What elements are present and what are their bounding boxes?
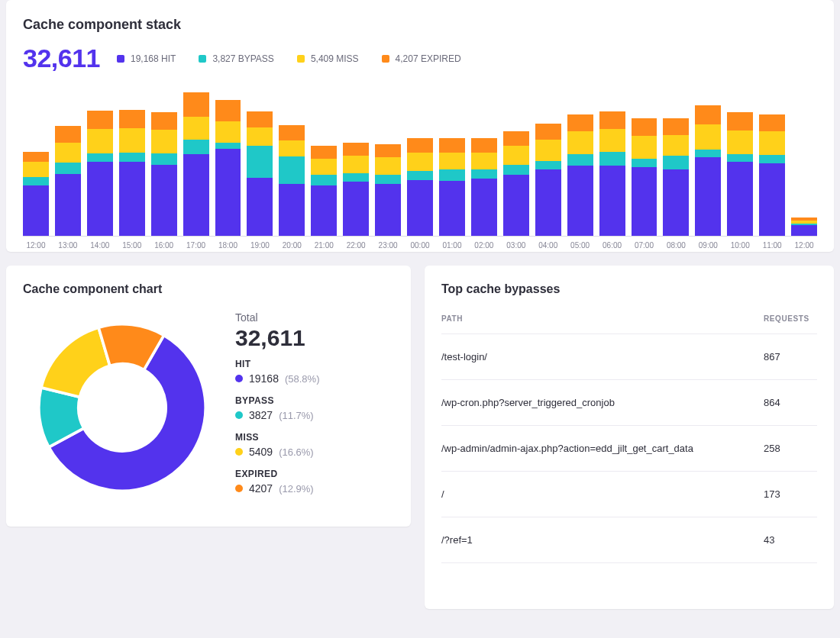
bar-segment-miss	[663, 135, 689, 156]
x-axis-label: 09:00	[695, 241, 721, 250]
table-cell-requests: 867	[764, 351, 817, 362]
table-row[interactable]: /test-login/867	[441, 334, 817, 380]
bar-col[interactable]	[279, 125, 305, 236]
bar-segment-bypass	[23, 177, 49, 185]
bar-col[interactable]	[632, 118, 657, 236]
bar-col[interactable]	[407, 138, 433, 236]
bar-segment-bypass	[375, 175, 401, 183]
bar-col[interactable]	[119, 110, 145, 236]
x-axis-label: 06:00	[599, 241, 625, 250]
donut-chart[interactable]	[23, 308, 221, 507]
donut-legend-expired[interactable]: EXPIRED 4207 (12.9%)	[235, 469, 319, 495]
table-header: PATH REQUESTS	[441, 304, 817, 334]
bar-col[interactable]	[343, 143, 369, 236]
bar-segment-bypass	[599, 152, 625, 166]
x-axis-label: 18:00	[215, 241, 241, 250]
bar-segment-miss	[119, 128, 145, 153]
bar-segment-hit	[439, 181, 465, 236]
donut-legend-bypass[interactable]: BYPASS 3827 (11.7%)	[235, 395, 319, 421]
bar-segment-hit	[247, 178, 273, 236]
stacked-bar-chart[interactable]: 12:0013:0014:0015:0016:0017:0018:0019:00…	[23, 92, 817, 244]
bar-segment-miss	[343, 156, 369, 173]
donut-legend-name: MISS	[235, 432, 319, 443]
swatch-icon	[382, 55, 389, 63]
x-axis-label: 00:00	[407, 241, 433, 250]
bar-segment-miss	[471, 153, 497, 170]
donut-legend: Total 32,611 HIT 19168 (58.8%) BYPASS 38…	[235, 308, 319, 505]
legend-miss[interactable]: 5,409 MISS	[297, 53, 359, 64]
bar-col[interactable]	[375, 144, 401, 236]
top-bypasses-card: Top cache bypasses PATH REQUESTS /test-l…	[425, 266, 834, 609]
bar-col[interactable]	[599, 111, 625, 236]
table-row[interactable]: /173	[441, 472, 817, 517]
bar-col[interactable]	[311, 146, 337, 236]
donut-legend-value: 4207	[249, 482, 273, 495]
legend-hit[interactable]: 19,168 HIT	[117, 53, 176, 64]
bar-col[interactable]	[663, 118, 689, 236]
bar-segment-miss	[695, 124, 721, 150]
bar-col[interactable]	[151, 112, 177, 236]
bar-col[interactable]	[759, 114, 785, 236]
bar-segment-expired	[119, 110, 145, 128]
cache-stack-header: 32,611 19,168 HIT 3,827 BYPASS 5,409 MIS…	[23, 44, 817, 73]
bar-col[interactable]	[23, 152, 49, 237]
bar-segment-hit	[343, 182, 369, 236]
table-cell-requests: 173	[764, 488, 817, 500]
table-cell-path: /wp-cron.php?server_triggered_cronjob	[441, 397, 764, 408]
dot-icon	[235, 448, 243, 456]
x-axis-label: 20:00	[279, 241, 305, 250]
table-row[interactable]: /wp-cron.php?server_triggered_cronjob864	[441, 380, 817, 426]
x-axis-label: 17:00	[183, 241, 209, 250]
bar-segment-bypass	[567, 154, 593, 166]
table-header-path: PATH	[441, 314, 463, 323]
bar-segment-miss	[279, 140, 305, 157]
bar-col[interactable]	[247, 111, 273, 236]
bar-segment-miss	[439, 153, 465, 170]
bar-col[interactable]	[87, 111, 113, 236]
bar-col[interactable]	[183, 92, 209, 236]
bar-segment-hit	[407, 180, 433, 236]
x-axis-label: 08:00	[663, 241, 689, 250]
cache-donut-card: Cache component chart Total 32,611 HIT 1…	[6, 266, 411, 527]
bar-segment-expired	[279, 125, 305, 140]
dot-icon	[235, 485, 243, 492]
bar-col[interactable]	[695, 105, 721, 236]
legend-expired[interactable]: 4,207 EXPIRED	[382, 53, 461, 64]
x-axis-label: 14:00	[87, 241, 113, 250]
legend-bypass[interactable]: 3,827 BYPASS	[199, 53, 274, 64]
x-axis-label: 13:00	[55, 241, 81, 250]
table-row[interactable]: /?ref=143	[441, 517, 817, 563]
bar-col[interactable]	[727, 112, 753, 236]
bar-segment-hit	[567, 166, 593, 236]
bar-col[interactable]	[567, 114, 593, 236]
bar-col[interactable]	[535, 124, 561, 236]
donut-legend-hit[interactable]: HIT 19168 (58.8%)	[235, 359, 319, 385]
donut-slice-miss[interactable]	[41, 327, 110, 397]
bar-col[interactable]	[791, 218, 817, 236]
bar-segment-bypass	[279, 156, 305, 183]
bar-segment-miss	[311, 159, 337, 176]
bar-col[interactable]	[215, 100, 241, 236]
bar-segment-miss	[375, 157, 401, 175]
bar-col[interactable]	[439, 138, 465, 236]
table-cell-path: /wp-admin/admin-ajax.php?action=edd_jilt…	[441, 443, 764, 454]
bar-segment-hit	[215, 149, 241, 236]
bar-segment-expired	[311, 146, 337, 159]
bar-col[interactable]	[55, 126, 81, 236]
bar-segment-hit	[663, 169, 689, 236]
bar-segment-expired	[567, 114, 593, 132]
bar-segment-hit	[279, 184, 305, 236]
donut-legend-miss[interactable]: MISS 5409 (16.6%)	[235, 432, 319, 458]
bar-segment-hit	[632, 167, 657, 236]
bar-segment-miss	[151, 130, 177, 153]
bar-segment-bypass	[343, 173, 369, 182]
table-row[interactable]: /wp-admin/admin-ajax.php?action=edd_jilt…	[441, 426, 817, 472]
bar-segment-hit	[535, 169, 561, 236]
bar-segment-miss	[407, 153, 433, 171]
legend-label: 4,207 EXPIRED	[396, 53, 461, 64]
donut-legend-pct: (12.9%)	[279, 483, 314, 495]
bar-col[interactable]	[471, 138, 497, 236]
bar-segment-expired	[343, 143, 369, 156]
donut-legend-name: HIT	[235, 359, 319, 369]
bar-col[interactable]	[503, 131, 529, 236]
